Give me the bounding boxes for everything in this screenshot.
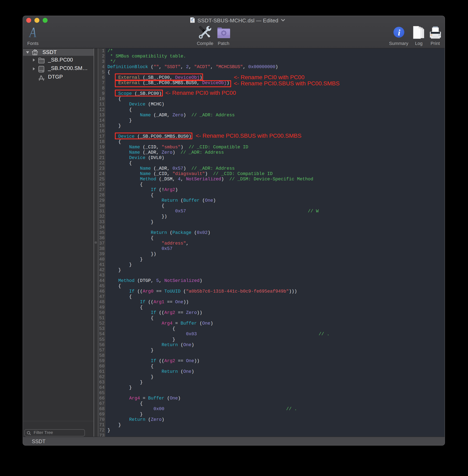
svg-text:DSL: DSL	[191, 21, 194, 23]
svg-text:i: i	[398, 28, 400, 37]
